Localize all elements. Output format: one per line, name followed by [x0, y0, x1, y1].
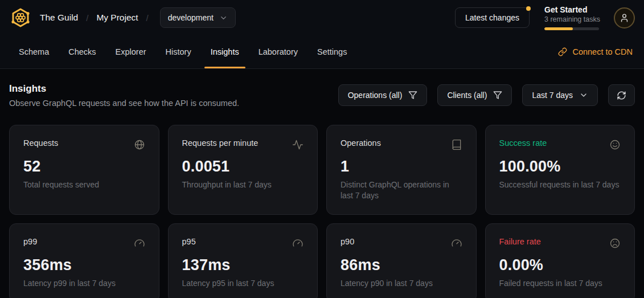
- stat-value: 0.0051: [182, 158, 304, 175]
- stat-card-operations: Operations 1 Distinct GraphQL operations…: [326, 125, 477, 215]
- refresh-icon: [617, 91, 626, 100]
- nav-tabs: Schema Checks Explorer History Insights …: [11, 35, 359, 68]
- tab-insights[interactable]: Insights: [203, 35, 247, 68]
- stat-caption: Throughput in last 7 days: [182, 179, 304, 190]
- progress-fill: [544, 27, 573, 30]
- tab-schema[interactable]: Schema: [11, 35, 56, 68]
- gauge-icon: [134, 238, 145, 249]
- gauge-icon: [292, 238, 303, 249]
- stat-caption: Failed requests in last 7 days: [499, 278, 621, 289]
- stat-title: p99: [23, 237, 37, 246]
- stat-value: 100.00%: [499, 158, 621, 175]
- tab-laboratory[interactable]: Laboratory: [251, 35, 305, 68]
- filter-icon: [493, 91, 502, 100]
- stats-grid: Requests 52 Total requests served Reques…: [9, 125, 635, 298]
- tab-history[interactable]: History: [158, 35, 199, 68]
- stat-caption: Successful requests in last 7 days: [499, 179, 621, 190]
- connect-to-cdn-label: Connect to CDN: [572, 47, 633, 56]
- breadcrumb-separator: /: [86, 13, 88, 23]
- frown-icon: [609, 238, 621, 249]
- stat-title: Success rate: [499, 138, 547, 148]
- user-avatar[interactable]: [614, 7, 635, 28]
- page-title: Insights: [9, 83, 239, 95]
- connect-to-cdn-link[interactable]: Connect to CDN: [558, 35, 633, 68]
- hive-logo-icon[interactable]: [9, 6, 32, 29]
- gauge-icon: [451, 238, 462, 249]
- stat-title: Operations: [341, 138, 381, 148]
- target-select-value: development: [168, 13, 214, 22]
- stat-card-success-rate: Success rate 100.00% Successful requests…: [485, 125, 635, 215]
- period-select-button[interactable]: Last 7 days: [522, 84, 598, 106]
- chevron-down-icon: [219, 14, 228, 22]
- stat-title: Failure rate: [499, 237, 541, 246]
- page-subtitle: Observe GraphQL requests and see how the…: [9, 99, 239, 108]
- main-nav: Schema Checks Explorer History Insights …: [0, 35, 644, 69]
- link-icon: [558, 47, 567, 56]
- operations-filter-button[interactable]: Operations (all): [338, 84, 428, 106]
- stat-value: 1: [341, 158, 462, 175]
- smile-icon: [609, 139, 621, 150]
- stat-title: p95: [182, 237, 196, 246]
- stat-title: Requests: [23, 138, 58, 148]
- clients-filter-button[interactable]: Clients (all): [437, 84, 512, 106]
- stat-value: 137ms: [182, 256, 304, 274]
- stat-caption: Latency p90 in last 7 days: [341, 278, 462, 289]
- stat-card-rpm: Requests per minute 0.0051 Throughput in…: [168, 125, 318, 215]
- get-started-progress: [544, 27, 599, 30]
- clients-filter-label: Clients (all): [447, 91, 487, 100]
- globe-icon: [134, 139, 145, 150]
- get-started-subtitle: 3 remaining tasks: [544, 15, 599, 23]
- breadcrumb-org[interactable]: The Guild: [40, 13, 78, 23]
- breadcrumb: The Guild / My Project / development: [9, 6, 236, 29]
- operations-filter-label: Operations (all): [348, 91, 403, 100]
- insights-page: Insights Observe GraphQL requests and se…: [0, 69, 644, 298]
- stat-value: 0.00%: [499, 256, 621, 274]
- stat-caption: Total requests served: [23, 179, 145, 190]
- user-icon: [620, 13, 629, 23]
- latest-changes-label: Latest changes: [465, 13, 519, 22]
- target-select[interactable]: development: [160, 7, 236, 28]
- tab-checks[interactable]: Checks: [61, 35, 103, 68]
- latest-changes-button[interactable]: Latest changes: [455, 7, 530, 28]
- breadcrumb-separator: /: [146, 13, 149, 23]
- chevron-down-icon: [579, 91, 588, 100]
- get-started-widget[interactable]: Get Started 3 remaining tasks: [544, 5, 599, 30]
- activity-icon: [292, 139, 303, 150]
- stat-card-p99: p99 356ms Latency p99 in last 7 days: [9, 223, 159, 298]
- tab-explorer[interactable]: Explorer: [108, 35, 154, 68]
- stat-card-failure-rate: Failure rate 0.00% Failed requests in la…: [485, 223, 635, 298]
- stat-value: 52: [23, 158, 145, 175]
- stat-caption: Distinct GraphQL operations in last 7 da…: [341, 179, 462, 201]
- filter-icon: [408, 91, 417, 100]
- period-select-label: Last 7 days: [532, 91, 573, 100]
- stat-value: 86ms: [341, 256, 462, 274]
- stat-card-p95: p95 137ms Latency p95 in last 7 days: [168, 223, 318, 298]
- top-header: The Guild / My Project / development Lat…: [0, 0, 644, 35]
- notification-dot: [526, 6, 531, 11]
- stat-caption: Latency p95 in last 7 days: [182, 278, 304, 289]
- get-started-title: Get Started: [544, 5, 599, 14]
- page-heading: Insights Observe GraphQL requests and se…: [9, 83, 239, 108]
- stat-title: Requests per minute: [182, 138, 259, 148]
- stat-caption: Latency p99 in last 7 days: [23, 278, 145, 289]
- refresh-button[interactable]: [608, 84, 635, 106]
- filters-toolbar: Operations (all) Clients (all) Last 7 da…: [338, 84, 635, 106]
- tab-settings[interactable]: Settings: [310, 35, 354, 68]
- book-icon: [451, 139, 462, 150]
- stat-title: p90: [341, 237, 354, 246]
- stat-card-p90: p90 86ms Latency p90 in last 7 days: [326, 223, 477, 298]
- breadcrumb-project[interactable]: My Project: [96, 13, 138, 23]
- stat-card-requests: Requests 52 Total requests served: [9, 125, 159, 215]
- stat-value: 356ms: [23, 256, 145, 274]
